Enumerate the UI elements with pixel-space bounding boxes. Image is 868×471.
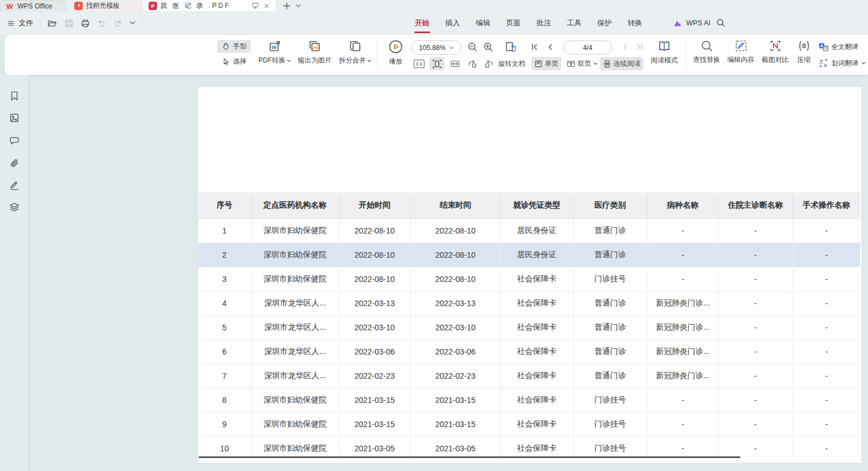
table-cell: - bbox=[793, 267, 860, 291]
edit-content-button[interactable]: 编辑内容 bbox=[724, 38, 757, 65]
fit-page-refresh-button[interactable] bbox=[504, 41, 517, 53]
undo-icon[interactable] bbox=[97, 19, 106, 28]
zoom-level-value: 105.88% bbox=[419, 44, 445, 52]
first-page-button[interactable] bbox=[530, 42, 539, 52]
comment-icon bbox=[9, 136, 20, 146]
next-page-button[interactable] bbox=[620, 42, 630, 52]
table-cell: 居民身份证 bbox=[500, 243, 573, 267]
fit-width-button[interactable] bbox=[448, 57, 463, 70]
signature-panel-button[interactable] bbox=[7, 178, 21, 192]
zoom-level-select[interactable]: 105.88% bbox=[411, 41, 462, 55]
table-cell: - bbox=[793, 291, 860, 316]
open-folder-icon[interactable] bbox=[47, 19, 57, 28]
table-cell: 社会保障卡 bbox=[500, 340, 573, 364]
last-page-button[interactable] bbox=[635, 42, 645, 52]
tab-wps-office[interactable]: W WPS Office bbox=[0, 0, 66, 11]
ribbon-tab-home[interactable]: 开始 bbox=[414, 18, 431, 28]
page-number-input[interactable]: 4/4 bbox=[563, 41, 612, 55]
chevron-down-icon bbox=[449, 46, 454, 50]
table-cell: 深圳市龙华区人... bbox=[251, 340, 339, 364]
save-icon[interactable] bbox=[64, 19, 74, 28]
pdf-convert-button[interactable]: W PDF转换 bbox=[254, 38, 295, 65]
actual-size-button[interactable]: 1:1 bbox=[411, 57, 427, 70]
docer-icon bbox=[74, 2, 83, 10]
compress-button[interactable]: 压缩 bbox=[794, 38, 814, 65]
monitor-icon[interactable] bbox=[251, 2, 259, 10]
ribbon-tab-comment[interactable]: 批注 bbox=[535, 18, 552, 28]
thumbnails-panel-button[interactable] bbox=[7, 111, 21, 124]
table-cell: 7 bbox=[198, 364, 251, 388]
ribbon-tab-insert[interactable]: 插入 bbox=[444, 18, 461, 28]
prev-page-button[interactable] bbox=[545, 42, 555, 52]
split-merge-button[interactable]: 拆分合并 bbox=[337, 38, 374, 65]
next-page-icon bbox=[620, 42, 630, 52]
pdf-convert-icon: W bbox=[268, 39, 281, 53]
print-icon[interactable] bbox=[80, 19, 90, 28]
export-image-button[interactable]: 输出为图片 bbox=[295, 38, 334, 65]
tab-label: 就 医 记 录 .PDF bbox=[160, 1, 248, 11]
zoom-in-button[interactable] bbox=[483, 42, 494, 52]
split-merge-icon bbox=[348, 39, 362, 53]
rotate-document-label[interactable]: 旋转文档 bbox=[495, 57, 528, 70]
table-cell: 2022-03-06 bbox=[339, 340, 410, 364]
comments-panel-button[interactable] bbox=[7, 134, 21, 147]
table-cell: 2022-08-10 bbox=[339, 267, 410, 291]
redo-icon[interactable] bbox=[113, 19, 123, 28]
play-button[interactable]: 播放 bbox=[383, 38, 409, 66]
hand-icon bbox=[222, 42, 230, 51]
rotate-left-button[interactable] bbox=[465, 57, 480, 70]
double-page-icon bbox=[567, 60, 575, 68]
full-translate-button[interactable]: A字 全文翻译 bbox=[818, 42, 858, 52]
table-cell: 2022-08-10 bbox=[410, 267, 500, 291]
hand-tool-button[interactable]: 手型 bbox=[217, 40, 251, 53]
table-cell: 社会保障卡 bbox=[500, 291, 573, 316]
read-mode-button[interactable]: 阅读模式 bbox=[646, 38, 682, 65]
select-tool-button[interactable]: 选择 bbox=[217, 55, 251, 68]
table-cell: 2021-03-15 bbox=[410, 388, 500, 412]
zoom-out-button[interactable] bbox=[467, 42, 478, 52]
table-cell: 3 bbox=[198, 267, 251, 291]
table-cell: 深圳市妇幼保健院 bbox=[251, 412, 339, 437]
close-icon[interactable] bbox=[263, 2, 270, 10]
screenshot-compare-button[interactable]: 截图对比 bbox=[759, 38, 791, 65]
zoom-out-icon bbox=[467, 42, 478, 52]
table-cell: - bbox=[793, 364, 860, 388]
table-cell: 门诊挂号 bbox=[573, 267, 647, 291]
ribbon-tab-protect[interactable]: 保护 bbox=[596, 18, 613, 28]
tab-list-chevron-icon[interactable] bbox=[296, 4, 301, 8]
continuous-read-button[interactable]: 连续阅读 bbox=[600, 57, 643, 70]
window-tab-bar: W WPS Office 找稻壳模板 P 就 医 记 录 .PDF bbox=[0, 0, 868, 11]
wps-ai-button[interactable]: WPS AI bbox=[673, 11, 710, 35]
table-cell: 5 bbox=[198, 316, 251, 340]
ribbon-tab-tools[interactable]: 工具 bbox=[566, 18, 583, 28]
divider bbox=[377, 39, 378, 70]
ribbon-tab-edit[interactable]: 编辑 bbox=[475, 18, 491, 28]
find-replace-button[interactable]: 查找替换 bbox=[690, 38, 723, 65]
search-icon[interactable] bbox=[716, 18, 726, 28]
table-cell: 2022-08-10 bbox=[410, 243, 500, 267]
rotate-right-button[interactable] bbox=[481, 57, 496, 70]
new-tab-plus-icon[interactable] bbox=[283, 2, 291, 10]
layers-panel-button[interactable] bbox=[7, 200, 21, 214]
attachments-panel-button[interactable] bbox=[7, 156, 21, 170]
first-page-icon bbox=[530, 42, 539, 52]
table-cell: 9 bbox=[198, 412, 251, 437]
table-header-cell: 手术操作名称 bbox=[793, 192, 860, 219]
file-menu-button[interactable]: 文件 bbox=[7, 18, 33, 28]
bookmarks-panel-button[interactable] bbox=[7, 89, 21, 102]
table-cell: 2022-08-10 bbox=[339, 219, 410, 243]
double-page-button[interactable]: 双页 bbox=[564, 57, 601, 70]
single-page-button[interactable]: 单页 bbox=[531, 57, 561, 70]
ribbon-tab-convert[interactable]: 转换 bbox=[627, 18, 643, 28]
tab-docer[interactable]: 找稻壳模板 bbox=[69, 0, 141, 11]
ribbon-tab-page[interactable]: 页面 bbox=[505, 18, 522, 28]
word-translate-icon: 文A bbox=[818, 58, 829, 68]
table-cell: 深圳市妇幼保健院 bbox=[251, 243, 339, 267]
table-cell: 深圳市龙华区人... bbox=[251, 364, 339, 388]
wps-logo-icon: W bbox=[6, 3, 14, 10]
fit-page-button[interactable] bbox=[429, 57, 445, 70]
tab-document[interactable]: P 就 医 记 录 .PDF bbox=[143, 0, 276, 11]
history-chevron-icon[interactable] bbox=[129, 21, 136, 25]
chevron-down-icon bbox=[367, 59, 372, 62]
word-translate-button[interactable]: 文A 划词翻译 bbox=[818, 58, 866, 68]
